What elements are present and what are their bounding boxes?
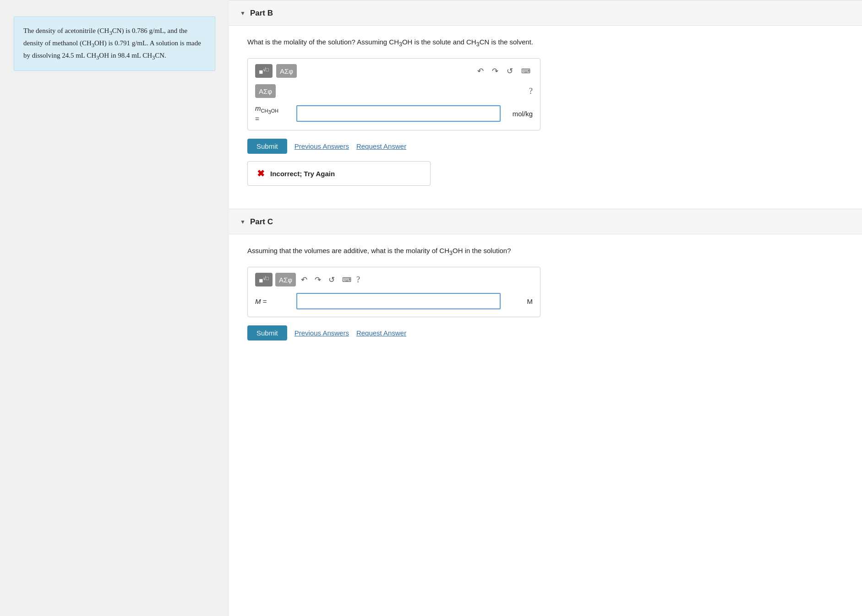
undo-icon: ↶ [477, 67, 484, 76]
refresh-icon: ↺ [507, 67, 513, 76]
part-c-submit-button[interactable]: Submit [247, 325, 287, 340]
part-c-body: Assuming that the volumes are additive, … [229, 234, 862, 362]
molarity-symbol: M [255, 297, 261, 305]
part-c-action-row: Submit Previous Answers Request Answer [247, 325, 844, 340]
part-b-request-answer-button[interactable]: Request Answer [356, 142, 406, 150]
part-b-answer-input[interactable] [296, 105, 501, 122]
part-b-incorrect-box: ✖ Incorrect; Try Again [247, 161, 431, 186]
redo-icon-c: ↷ [315, 276, 321, 284]
refresh-icon-c: ↺ [328, 276, 335, 284]
part-c-toolbar: ■√□ AΣφ ↶ ↷ ↺ ⌨ [255, 273, 533, 286]
part-c-unit: M [505, 297, 533, 305]
part-c-redo-button[interactable]: ↷ [312, 274, 323, 286]
part-b-previous-answers-button[interactable]: Previous Answers [295, 142, 349, 150]
part-c-help-button[interactable]: ? [356, 275, 360, 285]
part-b-input-container: ■√□ AΣφ ↶ ↷ ↺ ⌨ [247, 58, 540, 130]
keyboard-icon: ⌨ [521, 67, 530, 75]
part-b-toolbar: ■√□ AΣφ ↶ ↷ ↺ ⌨ [255, 64, 533, 78]
part-b-keyboard-button[interactable]: ⌨ [519, 65, 533, 76]
part-c-answer-input[interactable] [296, 293, 501, 309]
part-b-section: ▼ Part B What is the molality of the sol… [229, 0, 862, 200]
greek-icon-c: AΣφ [279, 276, 292, 284]
part-b-undo-button[interactable]: ↶ [475, 65, 486, 77]
part-c-matrix-button[interactable]: ■√□ [255, 273, 273, 286]
part-b-greek-button-2[interactable]: AΣφ [255, 84, 276, 98]
incorrect-text: Incorrect; Try Again [270, 170, 335, 178]
part-c-refresh-button[interactable]: ↺ [326, 274, 337, 286]
redo-icon: ↷ [492, 67, 498, 76]
incorrect-x-icon: ✖ [257, 168, 265, 179]
part-b-matrix-button[interactable]: ■√□ [255, 64, 273, 78]
part-b-redo-button[interactable]: ↷ [490, 65, 501, 77]
part-c-undo-button[interactable]: ↶ [299, 274, 310, 286]
part-b-unit: mol/kg [505, 110, 533, 118]
part-b-action-row: Submit Previous Answers Request Answer [247, 139, 844, 154]
part-c-greek-button[interactable]: AΣφ [275, 273, 296, 286]
part-b-answer-row: mCH3OH = mol/kg [255, 104, 533, 123]
part-b-answer-label: mCH3OH = [255, 104, 292, 123]
part-c-title: Part C [250, 217, 273, 227]
problem-info-box: The density of acetonitrile (CH3CN) is 0… [14, 16, 215, 71]
chevron-down-icon: ▼ [240, 10, 246, 17]
part-b-toolbar-2: AΣφ ? [255, 84, 533, 98]
part-c-previous-answers-button[interactable]: Previous Answers [295, 329, 349, 337]
matrix-icon: ■√□ [259, 67, 269, 76]
part-b-refresh-button[interactable]: ↺ [504, 65, 515, 77]
part-c-keyboard-button[interactable]: ⌨ [340, 274, 354, 285]
part-b-greek-button[interactable]: AΣφ [276, 64, 297, 78]
info-text: The density of acetonitrile (CH3CN) is 0… [23, 27, 201, 59]
right-panel: ▼ Part B What is the molality of the sol… [229, 0, 862, 616]
part-c-answer-row: M = M [255, 293, 533, 309]
chevron-down-icon-c: ▼ [240, 219, 246, 226]
part-c-section: ▼ Part C Assuming that the volumes are a… [229, 209, 862, 362]
molality-subscript: CH3OH [261, 108, 279, 113]
greek-icon: AΣφ [280, 67, 293, 75]
molality-symbol: m [255, 104, 261, 112]
part-c-question: Assuming that the volumes are additive, … [247, 245, 844, 258]
keyboard-icon-c: ⌨ [342, 276, 351, 283]
part-b-title: Part B [250, 9, 273, 18]
part-c-input-container: ■√□ AΣφ ↶ ↷ ↺ ⌨ [247, 267, 540, 317]
matrix-icon-c: ■√□ [259, 276, 269, 284]
part-c-answer-label: M = [255, 297, 292, 305]
part-b-submit-button[interactable]: Submit [247, 139, 287, 154]
part-b-help-button[interactable]: ? [529, 86, 533, 96]
part-b-body: What is the molality of the solution? As… [229, 25, 862, 200]
greek-icon-2: AΣφ [259, 87, 272, 95]
equals-sign: = [255, 115, 259, 123]
left-panel: The density of acetonitrile (CH3CN) is 0… [0, 0, 229, 616]
part-c-header[interactable]: ▼ Part C [229, 209, 862, 234]
part-c-request-answer-button[interactable]: Request Answer [356, 329, 406, 337]
part-b-header[interactable]: ▼ Part B [229, 0, 862, 25]
part-b-question: What is the molality of the solution? As… [247, 37, 844, 49]
undo-icon-c: ↶ [301, 276, 307, 284]
